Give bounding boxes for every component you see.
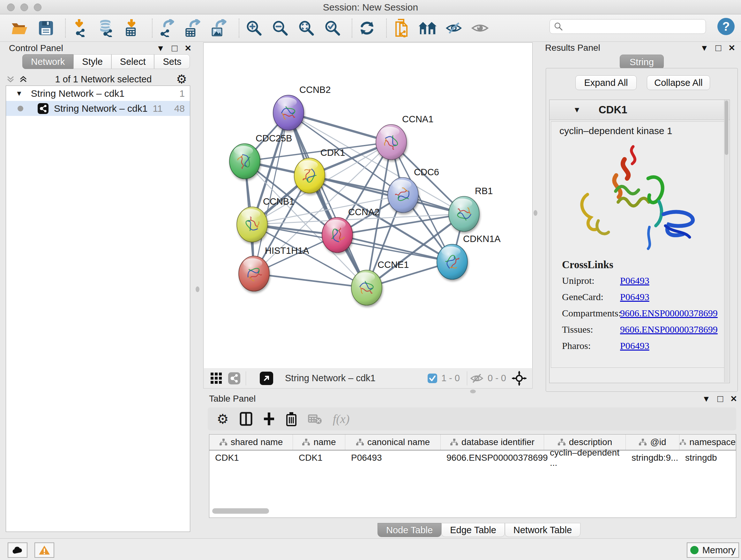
crosslink-link[interactable]: 9606.ENSP00000378699 bbox=[620, 308, 718, 319]
edge-CCNB2-CCNA1[interactable] bbox=[288, 113, 391, 142]
panel-float-icon[interactable]: □ bbox=[716, 43, 721, 53]
crosslink-link[interactable]: P06493 bbox=[620, 340, 650, 351]
results-scrollbar[interactable] bbox=[724, 100, 729, 382]
panel-close-icon[interactable]: ✕ bbox=[730, 394, 737, 404]
search-input[interactable] bbox=[563, 21, 698, 32]
edge-CCNB2-CCNE1[interactable] bbox=[288, 113, 367, 288]
panel-menu-icon[interactable]: ▼ bbox=[702, 394, 711, 404]
selected-checkbox-icon[interactable] bbox=[427, 373, 437, 383]
string-app-gray-icon[interactable] bbox=[228, 372, 241, 385]
import-network-database-button[interactable] bbox=[98, 19, 116, 37]
node-CCNA1[interactable]: CCNA1 bbox=[376, 114, 433, 160]
table-tab-edge-table[interactable]: Edge Table bbox=[441, 523, 505, 537]
zoom-in-button[interactable] bbox=[245, 19, 263, 37]
tab-style[interactable]: Style bbox=[73, 54, 111, 69]
zoom-fit-button[interactable] bbox=[297, 19, 315, 37]
network-selection-status: 1 of 1 Network selected bbox=[30, 74, 176, 84]
tab-network[interactable]: Network bbox=[22, 54, 73, 69]
zoom-selected-button[interactable] bbox=[324, 19, 341, 37]
export-image-button[interactable] bbox=[211, 19, 228, 37]
cloud-button[interactable] bbox=[8, 543, 27, 558]
birdseye-view-icon[interactable] bbox=[259, 371, 273, 385]
add-column-button[interactable] bbox=[263, 412, 275, 426]
table-cell[interactable]: stringdb:9... bbox=[626, 450, 679, 465]
table-tab-network-table[interactable]: Network Table bbox=[505, 523, 581, 537]
network-view-canvas[interactable]: CCNB2 CCNA1 CDC25B CDK1 CDC6 RB1 CCNB1 C… bbox=[203, 43, 533, 368]
network-row[interactable]: String Network – cdk1 11 48 bbox=[6, 101, 190, 116]
expand-all-button[interactable]: Expand All bbox=[576, 75, 636, 90]
copy-network-button[interactable] bbox=[393, 19, 410, 37]
table-row[interactable]: CDK1CDK1P064939606.ENSP00000378699cyclin… bbox=[209, 450, 736, 465]
fit-crosshair-icon[interactable] bbox=[512, 371, 527, 386]
panel-menu-icon[interactable]: ▼ bbox=[700, 43, 709, 53]
refresh-button[interactable] bbox=[358, 19, 376, 37]
network-collection-row[interactable]: ▼ String Network – cdk1 1 bbox=[6, 86, 190, 101]
panel-close-icon[interactable]: ✕ bbox=[728, 43, 735, 53]
warnings-button[interactable] bbox=[35, 543, 54, 558]
hide-eye-slash-button[interactable] bbox=[445, 19, 463, 37]
edge-HIST1H1A-CCNE1[interactable] bbox=[254, 273, 367, 288]
table-cell[interactable]: CDK1 bbox=[209, 450, 293, 465]
hidden-eye-slash-icon[interactable] bbox=[470, 373, 484, 384]
open-session-button[interactable] bbox=[11, 19, 29, 37]
node-CDKN1A[interactable]: CDKN1A bbox=[437, 234, 501, 279]
table-tab-node-table[interactable]: Node Table bbox=[378, 523, 441, 537]
delete-column-button[interactable] bbox=[286, 412, 297, 426]
table-hscrollbar[interactable] bbox=[209, 508, 735, 515]
table-cell[interactable]: cyclin–dependent ... bbox=[544, 450, 626, 465]
import-network-file-button[interactable] bbox=[71, 19, 89, 37]
string-network-graph[interactable]: CCNB2 CCNA1 CDC25B CDK1 CDC6 RB1 CCNB1 C… bbox=[204, 43, 532, 368]
gene-disclosure-triangle-icon[interactable]: ▼ bbox=[573, 105, 581, 114]
column-header-shared-name[interactable]: shared name bbox=[209, 435, 293, 450]
gene-section-header[interactable]: ▼ CDK1 bbox=[549, 100, 730, 120]
results-tab-string[interactable]: String bbox=[620, 55, 664, 69]
table-hscrollbar-thumb[interactable] bbox=[212, 508, 269, 514]
panel-menu-icon[interactable]: ▼ bbox=[156, 44, 165, 53]
column-header-database-identifier[interactable]: database identifier bbox=[441, 435, 544, 450]
column-header-namespace[interactable]: namespace bbox=[679, 435, 736, 450]
table-cell[interactable]: CDK1 bbox=[293, 450, 345, 465]
help-button[interactable]: ? bbox=[718, 18, 735, 35]
export-network-button[interactable] bbox=[158, 19, 176, 37]
node-label-CCNB1: CCNB1 bbox=[263, 196, 294, 206]
left-splitter-handle[interactable] bbox=[196, 287, 199, 292]
grid-view-icon[interactable] bbox=[210, 372, 223, 385]
node-CCNE1[interactable]: CCNE1 bbox=[351, 260, 409, 305]
search-box[interactable] bbox=[549, 19, 706, 34]
crosslink-link[interactable]: P06493 bbox=[620, 275, 650, 286]
collapse-all-networks-icon[interactable] bbox=[6, 75, 15, 84]
network-options-gear-icon[interactable]: ⚙ bbox=[176, 72, 187, 86]
save-session-button[interactable] bbox=[37, 19, 55, 37]
table-cell[interactable]: stringdb bbox=[679, 450, 736, 465]
panel-float-icon[interactable]: □ bbox=[718, 393, 723, 404]
column-header-@id[interactable]: @id bbox=[626, 435, 679, 450]
panel-float-icon[interactable]: □ bbox=[172, 43, 178, 54]
results-scrollbar-thumb[interactable] bbox=[725, 101, 728, 155]
table-settings-gear-button[interactable]: ⚙ bbox=[217, 411, 229, 427]
column-header-name[interactable]: name bbox=[293, 435, 345, 450]
expand-all-networks-icon[interactable] bbox=[19, 75, 27, 84]
right-splitter-handle[interactable] bbox=[534, 210, 537, 216]
disclosure-triangle-icon[interactable]: ▼ bbox=[16, 89, 23, 98]
crosslink-link[interactable]: P06493 bbox=[620, 292, 650, 302]
panel-close-icon[interactable]: ✕ bbox=[185, 44, 192, 53]
collapse-all-button[interactable]: Collapse All bbox=[647, 75, 710, 90]
import-table-file-button[interactable] bbox=[124, 19, 142, 37]
crosslink-link[interactable]: 9606.ENSP00000378699 bbox=[620, 324, 718, 335]
node-HIST1H1A[interactable]: HIST1H1A bbox=[239, 246, 309, 291]
export-table-button[interactable] bbox=[185, 19, 202, 37]
zoom-out-button[interactable] bbox=[271, 19, 289, 37]
table-cell[interactable]: 9606.ENSP00000378699 bbox=[441, 450, 544, 465]
memory-button[interactable]: Memory bbox=[687, 543, 739, 558]
show-eye-button[interactable] bbox=[471, 19, 489, 37]
bottom-splitter-handle[interactable] bbox=[470, 389, 476, 393]
table-cell[interactable]: P06493 bbox=[345, 450, 441, 465]
show-columns-button[interactable] bbox=[240, 412, 253, 426]
tab-sets[interactable]: Sets bbox=[154, 54, 190, 69]
node-table[interactable]: shared namenamecanonical namedatabase id… bbox=[209, 434, 736, 518]
home-button[interactable] bbox=[419, 19, 436, 37]
edge-CDK1-RB1[interactable] bbox=[310, 176, 464, 214]
node-RB1[interactable]: RB1 bbox=[449, 186, 493, 232]
column-header-canonical-name[interactable]: canonical name bbox=[345, 435, 441, 450]
tab-select[interactable]: Select bbox=[111, 54, 154, 69]
